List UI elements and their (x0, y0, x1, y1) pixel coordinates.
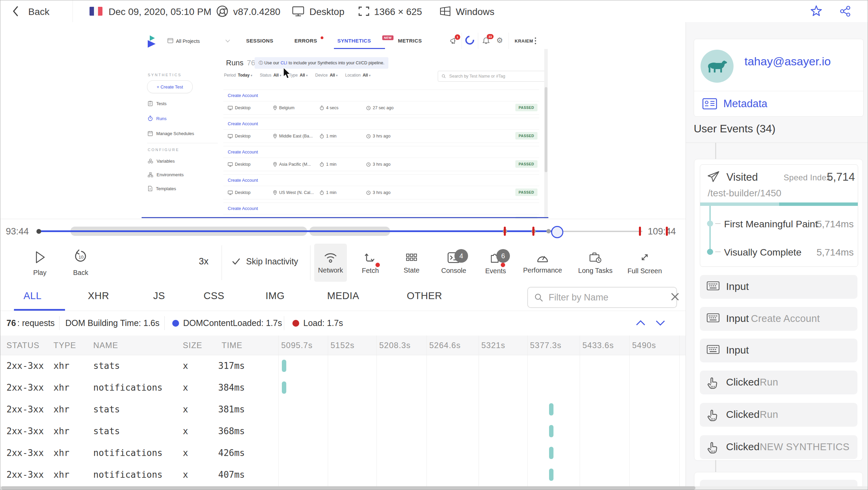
run-status-badge: PASSED (515, 132, 537, 140)
prev-request-button[interactable] (634, 317, 647, 328)
event-row-input[interactable]: Input (700, 339, 857, 362)
panel-button-full-screen[interactable]: Full Screen (628, 244, 661, 282)
fetch-icon (364, 251, 377, 263)
filter-status[interactable]: StatusAll▾ (260, 73, 281, 78)
loading-spinner (464, 34, 476, 47)
sidebar-item-templates[interactable]: Templates (148, 186, 176, 191)
cell-type: xhr (53, 448, 69, 458)
replayed-search-input[interactable] (449, 74, 544, 79)
run-name-link[interactable]: Create Account (228, 178, 258, 183)
back-10s-button[interactable]: 10 Back (64, 244, 97, 282)
panel-button-long-tasks[interactable]: Long Tasks (579, 244, 612, 282)
network-tab-img[interactable]: IMG (266, 290, 285, 301)
event-row-input[interactable]: InputCreate Account (700, 307, 857, 331)
event-row-clicked[interactable]: ClickedNEW SYNTHETICS (700, 435, 857, 459)
replayed-user-name[interactable]: KRAIEM (515, 38, 533, 44)
sidebar-item-environments[interactable]: Environments (148, 172, 183, 177)
network-tab-other[interactable]: OTHER (407, 290, 442, 301)
visited-card[interactable]: Visited Speed Index 5,714 /test-builder/… (700, 164, 858, 267)
kebab-menu-icon[interactable] (534, 37, 536, 45)
metric-label: First Meaningful Paint (724, 218, 818, 230)
scrollbar-thumb[interactable] (1, 486, 695, 490)
run-device: Desktop (228, 158, 251, 171)
notifications-badge: 33 (487, 34, 494, 39)
cell-name: stats (93, 361, 120, 371)
back-chevron-icon[interactable] (12, 5, 19, 17)
timeline-track[interactable] (37, 219, 644, 243)
filter-by-name-input[interactable] (548, 292, 670, 303)
filter-period[interactable]: PeriodToday▾ (224, 73, 252, 78)
metadata-button[interactable]: Metadata (702, 94, 767, 114)
share-icon[interactable] (839, 5, 851, 17)
panel-button-events[interactable]: Events6 (479, 244, 512, 282)
network-tab-xhr[interactable]: XHR (88, 290, 109, 301)
horizontal-scrollbar[interactable] (0, 486, 868, 490)
favorite-star-icon[interactable] (810, 5, 823, 18)
create-test-button[interactable]: + Create Test (147, 80, 193, 93)
filter-box[interactable] (527, 287, 677, 308)
table-row[interactable]: 2xx-3xxxhrnotificationsx407ms (0, 464, 686, 486)
app-tab-errors[interactable]: ERRORS (294, 38, 317, 44)
table-row[interactable]: 2xx-3xxxhrstatsx368ms (0, 420, 686, 442)
skip-inactivity-checkbox[interactable] (232, 258, 241, 266)
replayed-search[interactable] (438, 71, 547, 82)
timeline-start-dot (36, 229, 41, 234)
table-row[interactable]: 2xx-3xxxhrnotificationsx384ms (0, 377, 686, 398)
app-tab-synthetics[interactable]: SYNTHETICS (337, 38, 371, 44)
network-panel: ALLXHRJSCSSIMGMEDIAOTHER 76: requests DO… (0, 283, 686, 486)
sidebar-item-manage-schedules[interactable]: Manage Schedules (148, 131, 194, 136)
panel-button-state[interactable]: State (395, 244, 428, 282)
run-name-link[interactable]: Create Account (228, 206, 258, 211)
sidebar-item-runs[interactable]: Runs (148, 116, 166, 121)
next-request-button[interactable] (654, 317, 667, 328)
run-group: Create AccountDesktopAsia Pacific (M...1… (223, 146, 539, 171)
event-row-input[interactable]: Input (700, 275, 857, 299)
axis-tick-label: 5377.3s (530, 341, 561, 350)
table-row[interactable]: 2xx-3xxxhrstatsx381ms (0, 398, 686, 420)
table-row[interactable]: 2xx-3xxxhrnotificationsx426ms (0, 442, 686, 464)
event-row-clicked[interactable]: ClickedRun (700, 403, 857, 427)
network-tab-css[interactable]: CSS (204, 290, 224, 301)
cli-link[interactable]: CLI (280, 61, 287, 65)
cell-time: 426ms (218, 448, 245, 458)
event-row-clicked[interactable]: ClickedRun (700, 371, 857, 394)
run-name-link[interactable]: Create Account (228, 93, 258, 98)
close-panel-icon[interactable] (670, 291, 680, 302)
back-button[interactable]: Back (28, 6, 49, 17)
requests-count: 76: requests (6, 311, 55, 336)
sidebar-item-tests[interactable]: Tests (148, 101, 166, 106)
panel-button-network[interactable]: Network (314, 244, 347, 282)
event-value: NEW SYNTHETICS (760, 441, 850, 453)
app-tab-sessions[interactable]: SESSIONS (246, 38, 273, 44)
filter-location[interactable]: LocationAll▾ (345, 73, 371, 78)
panel-button-fetch[interactable]: Fetch (354, 244, 387, 282)
app-tab-metrics[interactable]: METRICS (398, 38, 422, 44)
user-email[interactable]: tahay@asayer.io (744, 55, 831, 68)
panel-button-performance[interactable]: Performance (526, 244, 559, 282)
network-tab-media[interactable]: MEDIA (327, 290, 359, 301)
event-label: Input (726, 281, 749, 292)
event-label: Input (726, 344, 749, 356)
settings-gear-icon[interactable]: ⚙ (496, 36, 503, 45)
timeline-scrubber-knob[interactable] (551, 226, 563, 238)
play-icon (32, 249, 48, 265)
play-button[interactable]: Play (23, 244, 56, 282)
user-card: tahay@asayer.io Metadata (694, 39, 864, 117)
visited-url: /test-builder/1450 (708, 188, 781, 199)
runs-title: Runs76 (226, 59, 255, 67)
chevron-down-icon[interactable] (225, 39, 230, 43)
project-selector[interactable]: All Projects (176, 38, 200, 44)
sidebar-item-variables[interactable]: Variables (148, 159, 175, 164)
network-tab-js[interactable]: JS (153, 290, 165, 301)
panel-button-console[interactable]: Console4 (437, 244, 470, 282)
filter-device[interactable]: DeviceAll▾ (315, 73, 338, 78)
cell-name: stats (93, 404, 120, 414)
table-row[interactable]: 2xx-3xxxhrstatsx317ms (0, 355, 686, 377)
skip-inactivity-label[interactable]: Skip Inactivity (246, 257, 298, 266)
run-name-link[interactable]: Create Account (228, 121, 258, 126)
replayed-scrollbar[interactable] (544, 49, 548, 218)
run-name-link[interactable]: Create Account (228, 149, 258, 154)
playback-speed-button[interactable]: 3x (199, 256, 209, 267)
timeline-remaining (556, 231, 642, 232)
network-tab-all[interactable]: ALL (23, 290, 42, 301)
